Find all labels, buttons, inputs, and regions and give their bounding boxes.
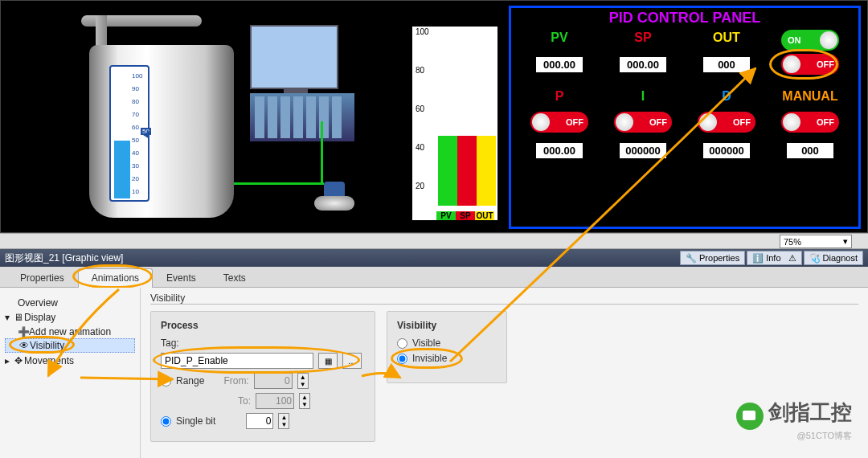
move-icon: ✥ — [13, 355, 24, 366]
value-d[interactable]: 000000 — [702, 142, 751, 159]
to-spin: ▲▼ — [299, 393, 310, 409]
pid-title: PID CONTROL PANEL — [511, 8, 858, 28]
from-spin: ▲▼ — [297, 373, 309, 389]
tab-animations[interactable]: Animations — [78, 268, 153, 288]
watermark: 剑指工控 @51CTO博客 — [736, 399, 852, 442]
info-icon: ℹ️ — [752, 253, 764, 264]
object-title: 图形视图_21 [Graphic view] — [5, 251, 123, 265]
plc — [250, 93, 354, 141]
label-pv: PV — [523, 31, 596, 45]
visibility-group: Visibility Visible Invisible — [387, 311, 507, 383]
wire — [321, 121, 323, 184]
diagnostics-button[interactable]: 🩺Diagnost — [804, 251, 863, 265]
to-label: To: — [238, 395, 251, 407]
zoom-select[interactable]: 75%▾ — [780, 235, 852, 248]
tree-display[interactable]: Display — [24, 312, 55, 323]
process-group: Process Tag: ▦ … Range From: ▲▼ — [150, 311, 375, 442]
wechat-icon — [736, 403, 764, 430]
bit-spin[interactable]: ▲▼ — [278, 413, 289, 429]
tree-add-new[interactable]: ➕Add new animation — [5, 325, 135, 338]
value-sp[interactable]: 000.00 — [619, 56, 667, 73]
eye-icon: 👁 — [18, 340, 30, 351]
to-input — [256, 393, 294, 409]
value-p[interactable]: 000.00 — [535, 142, 583, 159]
label-i: I — [607, 89, 679, 104]
invisible-label: Invisible — [412, 353, 447, 364]
tab-texts[interactable]: Texts — [210, 268, 260, 288]
value-i[interactable]: 000000 — [619, 142, 667, 159]
bargraph: 10080604020 PV SP OUT — [411, 25, 499, 222]
toggle-p[interactable]: OFF — [530, 112, 588, 133]
singlebit-radio[interactable] — [161, 416, 171, 427]
label-out: OUT — [690, 31, 763, 45]
wrench-icon: 🔧 — [686, 253, 697, 264]
visibility-legend: Visibility — [397, 320, 497, 331]
toggle-d[interactable]: OFF — [698, 112, 755, 133]
tag-list-button[interactable]: ▦ — [318, 353, 338, 369]
add-icon: ➕ — [18, 326, 29, 337]
chevron-down-icon: ▾ — [843, 236, 848, 247]
invisible-radio[interactable] — [397, 354, 407, 364]
tree-overview[interactable]: Overview — [5, 296, 135, 309]
level-gauge: 100908070605040302010 50 — [109, 65, 149, 202]
label-p: P — [523, 89, 596, 104]
toggle-manual[interactable]: OFF — [781, 112, 839, 133]
bit-input[interactable] — [246, 413, 273, 429]
info-button[interactable]: ℹ️Info ⚠ — [747, 251, 801, 265]
toggle-off-main[interactable]: OFF — [781, 54, 839, 75]
properties-button[interactable]: 🔧Properties — [680, 251, 745, 265]
toggle-i[interactable]: OFF — [614, 112, 672, 133]
tag-input[interactable] — [161, 353, 313, 369]
valve — [306, 182, 362, 218]
inspector-tabs: Properties Animations Events Texts — [0, 267, 868, 288]
object-header: 图形视图_21 [Graphic view] 🔧Properties ℹ️Inf… — [0, 249, 868, 267]
tag-browse-button[interactable]: … — [342, 353, 362, 369]
monitor — [250, 25, 338, 89]
section-title: Visibility — [150, 292, 858, 305]
range-label: Range — [176, 375, 204, 386]
zoom-bar: 75%▾ — [0, 233, 868, 249]
tab-properties[interactable]: Properties — [6, 268, 78, 288]
process-legend: Process — [161, 320, 365, 331]
visible-label: Visible — [412, 337, 440, 349]
singlebit-label: Single bit — [176, 415, 215, 427]
range-radio[interactable] — [161, 376, 171, 386]
label-sp: SP — [607, 31, 679, 45]
tab-events[interactable]: Events — [153, 268, 210, 288]
label-manual: MANUAL — [774, 89, 846, 104]
animation-tree: Overview ▾🖥Display ➕Add new animation 👁V… — [0, 288, 141, 458]
hmi-preview: 100908070605040302010 50 10080604020 PV … — [0, 0, 868, 233]
tree-movements[interactable]: Movements — [24, 355, 74, 366]
value-pv[interactable]: 000.00 — [535, 56, 583, 73]
label-d: D — [690, 89, 763, 104]
value-out[interactable]: 000 — [702, 56, 751, 73]
pid-panel: PID CONTROL PANEL PV SP OUT ON 000.00 00… — [509, 6, 861, 229]
visible-radio[interactable] — [397, 338, 407, 349]
display-icon: 🖥 — [13, 312, 24, 323]
diag-icon: 🩺 — [809, 253, 821, 264]
value-manual[interactable]: 000 — [786, 142, 834, 159]
tree-visibility[interactable]: 👁Visibility — [5, 338, 135, 353]
tag-label: Tag: — [161, 337, 179, 349]
from-input — [254, 373, 293, 389]
toggle-on[interactable]: ON — [781, 30, 839, 51]
from-label: From: — [223, 375, 248, 386]
warn-icon: ⚠ — [788, 253, 796, 264]
